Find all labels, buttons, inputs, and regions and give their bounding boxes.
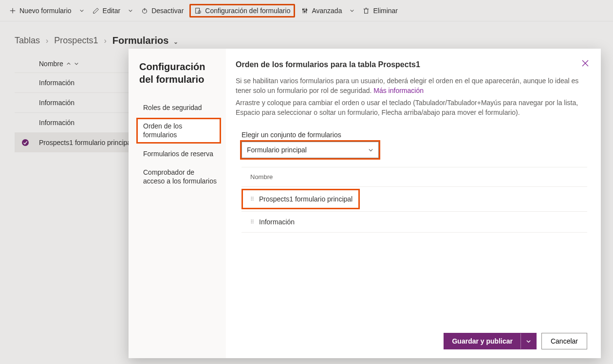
- new-form-label: Nuevo formulario: [19, 7, 72, 15]
- order-list-header: Nombre: [241, 167, 587, 187]
- column-name[interactable]: Nombre: [39, 60, 79, 68]
- dialog-title: Orden de los formularios para la tabla P…: [236, 60, 587, 69]
- svg-point-11: [306, 9, 307, 10]
- edit-button[interactable]: Editar: [87, 4, 126, 18]
- save-publish-split-button: Guardar y publicar: [444, 333, 536, 349]
- breadcrumb-tables[interactable]: Tablas: [15, 36, 40, 46]
- delete-label: Eliminar: [373, 7, 398, 15]
- formset-select[interactable]: Formulario principal: [241, 142, 379, 158]
- advanced-chevron[interactable]: [348, 5, 356, 16]
- order-row-name: Información: [259, 218, 295, 226]
- chevron-down-icon[interactable]: ⌄: [173, 38, 178, 45]
- advanced-button[interactable]: Avanzada: [296, 4, 347, 18]
- save-publish-button[interactable]: Guardar y publicar: [444, 333, 520, 349]
- dialog-main: Orden de los formularios para la tabla P…: [226, 49, 601, 358]
- dialog-sidebar: Configuración del formulario Roles de se…: [129, 49, 226, 358]
- form-settings-dialog: Configuración del formulario Roles de se…: [129, 49, 601, 358]
- order-row[interactable]: ⠿ Prospects1 formulario principal: [241, 189, 360, 209]
- help-text-1: Si se habilitan varios formularios para …: [236, 76, 587, 96]
- trash-icon: [362, 7, 370, 15]
- cancel-button[interactable]: Cancelar: [541, 333, 587, 349]
- form-order-list: Nombre ⠿ Prospects1 formulario principal…: [241, 167, 587, 233]
- sort-up-icon: [66, 61, 71, 66]
- plus-icon: [9, 7, 17, 15]
- svg-rect-12: [365, 9, 368, 13]
- chevron-right-icon: ›: [104, 36, 106, 45]
- sliders-icon: [301, 7, 309, 15]
- svg-point-9: [303, 9, 304, 10]
- power-icon: [141, 7, 149, 15]
- dialog-footer: Guardar y publicar Cancelar: [236, 333, 587, 349]
- sidebar-item-security-roles[interactable]: Roles de seguridad: [139, 99, 221, 116]
- form-settings-button[interactable]: Configuración del formulario: [189, 4, 295, 18]
- breadcrumb-current[interactable]: Formularios ⌄: [112, 35, 178, 46]
- order-row[interactable]: ⠿ Información: [241, 212, 587, 233]
- advanced-label: Avanzada: [312, 7, 342, 15]
- order-row-name: Prospects1 formulario principal: [259, 195, 353, 203]
- new-form-button[interactable]: Nuevo formulario: [4, 4, 76, 18]
- chevron-down-icon: [368, 147, 373, 153]
- svg-point-15: [22, 139, 29, 146]
- edit-chevron[interactable]: [126, 5, 135, 16]
- save-publish-chevron[interactable]: [520, 333, 536, 349]
- edit-label: Editar: [103, 7, 121, 15]
- form-settings-label: Configuración del formulario: [205, 7, 290, 15]
- svg-point-10: [304, 11, 305, 12]
- chevron-down-icon: [74, 61, 79, 66]
- help-text-2: Arrastre y coloque para cambiar el orden…: [236, 98, 587, 118]
- sidebar-item-fallback-forms[interactable]: Formularios de reserva: [139, 146, 221, 162]
- grip-icon[interactable]: ⠿: [250, 219, 254, 225]
- close-button[interactable]: [581, 59, 591, 69]
- learn-more-link[interactable]: Más información: [373, 87, 424, 94]
- sidebar-item-form-order[interactable]: Orden de los formularios: [136, 118, 221, 143]
- formset-label: Elegir un conjunto de formularios: [236, 131, 587, 139]
- sidebar-item-access-checker[interactable]: Comprobador de acceso a los formularios: [139, 164, 221, 189]
- form-settings-icon: [194, 7, 202, 15]
- chevron-right-icon: ›: [46, 36, 48, 45]
- formset-value: Formulario principal: [247, 146, 307, 154]
- breadcrumb-entity[interactable]: Prospects1: [54, 36, 98, 46]
- grip-icon[interactable]: ⠿: [250, 196, 254, 202]
- pencil-icon: [92, 7, 100, 15]
- delete-button[interactable]: Eliminar: [357, 4, 403, 18]
- new-form-chevron[interactable]: [77, 5, 86, 16]
- dialog-sidebar-title: Configuración del formulario: [139, 60, 221, 86]
- command-bar: Nuevo formulario Editar Desactivar Confi…: [0, 0, 613, 21]
- deactivate-label: Desactivar: [151, 7, 184, 15]
- check-circle-icon: [21, 139, 29, 146]
- deactivate-button[interactable]: Desactivar: [136, 4, 188, 18]
